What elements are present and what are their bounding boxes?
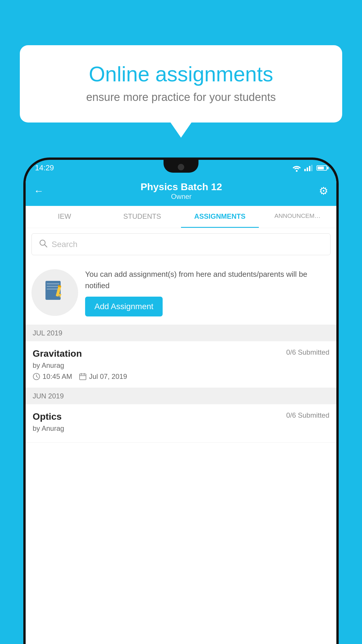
tab-assignments[interactable]: ASSIGNMENTS (181, 206, 259, 228)
assignment-item-gravitation[interactable]: Gravitation 0/6 Submitted by Anurag 10:4… (26, 341, 336, 388)
assignment-status: 0/6 Submitted (286, 348, 329, 356)
section-jun-label: JUN 2019 (33, 392, 64, 400)
svg-line-16 (36, 377, 38, 377)
search-placeholder: Search (52, 240, 78, 249)
section-jun-2019: JUN 2019 (26, 388, 336, 404)
assignment-name: Gravitation (33, 348, 82, 359)
phone-frame: 14:29 (23, 158, 339, 644)
meta-time: 10:45 AM (33, 372, 72, 381)
promo-icon-circle (31, 269, 78, 316)
search-container: Search (26, 228, 336, 260)
phone-inner: 14:29 (26, 160, 336, 644)
tab-iew[interactable]: IEW (26, 206, 103, 228)
svg-line-6 (45, 245, 47, 247)
search-icon (39, 239, 48, 250)
battery-fill (318, 167, 324, 169)
calendar-icon (79, 373, 87, 380)
assignment-item-optics[interactable]: Optics 0/6 Submitted by Anurag (26, 404, 336, 443)
tabs-container: IEW STUDENTS ASSIGNMENTS ANNOUNCEM… (26, 206, 336, 228)
status-time: 14:29 (35, 163, 54, 172)
wifi-icon (292, 164, 301, 172)
search-box[interactable]: Search (31, 233, 331, 255)
assignment-row-top-optics: Optics 0/6 Submitted (33, 411, 329, 422)
svg-rect-3 (309, 166, 310, 171)
battery-icon (317, 165, 327, 171)
header-center: Physics Batch 12 Owner (140, 181, 222, 201)
section-jul-label: JUL 2019 (33, 329, 62, 337)
status-icons (292, 164, 327, 172)
speech-bubble-container: Online assignments ensure more practice … (20, 45, 342, 123)
svg-rect-2 (307, 167, 308, 171)
add-assignment-button[interactable]: Add Assignment (85, 297, 163, 316)
svg-rect-4 (311, 165, 312, 171)
meta-date: Jul 07, 2019 (79, 372, 127, 381)
section-jul-2019: JUL 2019 (26, 325, 336, 341)
clock-icon (33, 373, 40, 380)
assignment-author: by Anurag (33, 361, 329, 370)
notebook-icon (43, 278, 67, 307)
front-camera (178, 164, 184, 170)
svg-rect-1 (304, 169, 306, 171)
header-subtitle: Owner (140, 192, 222, 201)
assignment-name-optics: Optics (33, 411, 62, 422)
speech-bubble: Online assignments ensure more practice … (20, 45, 342, 123)
assignment-date: Jul 07, 2019 (89, 372, 127, 381)
signal-icon (304, 165, 312, 171)
bubble-subtitle: ensure more practice for your students (36, 91, 326, 104)
app-screen: ← Physics Batch 12 Owner ⚙ IEW STUDENTS … (26, 176, 336, 644)
svg-point-0 (296, 170, 298, 172)
app-header: ← Physics Batch 12 Owner ⚙ (26, 176, 336, 206)
tab-announcements[interactable]: ANNOUNCEM… (259, 206, 337, 228)
settings-icon[interactable]: ⚙ (319, 185, 328, 197)
svg-rect-8 (47, 283, 59, 284)
svg-rect-17 (80, 374, 86, 380)
assignment-author-optics: by Anurag (33, 424, 329, 433)
assignment-status-optics: 0/6 Submitted (286, 411, 329, 419)
assignment-meta: 10:45 AM Jul 07, 2019 (33, 372, 329, 381)
promo-content: You can add assignment(s) from here and … (85, 269, 331, 316)
svg-rect-9 (47, 286, 59, 287)
assignment-time: 10:45 AM (43, 372, 72, 381)
tab-students[interactable]: STUDENTS (103, 206, 181, 228)
header-title: Physics Batch 12 (140, 181, 222, 192)
assignment-row-top: Gravitation 0/6 Submitted (33, 348, 329, 359)
back-button[interactable]: ← (34, 185, 44, 197)
phone-notch (164, 160, 198, 173)
promo-description: You can add assignment(s) from here and … (85, 269, 331, 291)
assignment-promo: You can add assignment(s) from here and … (26, 260, 336, 325)
bubble-title: Online assignments (36, 63, 326, 86)
